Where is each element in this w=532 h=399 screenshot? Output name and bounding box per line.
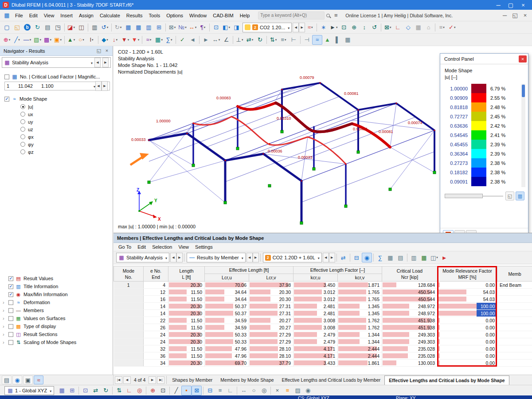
navigator-header[interactable]: Navigator - Results ◱× xyxy=(0,46,113,56)
mode-component-u[interactable]: |u| xyxy=(4,103,113,110)
col-header-kcru[interactable]: kcr,u xyxy=(293,274,338,282)
filter-rows-icon[interactable]: ⊟ xyxy=(352,253,362,262)
delete-results-icon[interactable]: ◪▾ xyxy=(66,23,76,32)
analysis-next-button[interactable] xyxy=(102,58,109,67)
snap-grid-icon[interactable]: ▦ xyxy=(413,23,423,32)
print-graphic-icon[interactable]: ▤ xyxy=(2,376,12,384)
search-values-icon[interactable]: ◉ xyxy=(362,253,372,262)
next-table-button[interactable]: ▶ xyxy=(149,376,156,384)
menu-assign[interactable]: Assign xyxy=(76,11,97,20)
close-button[interactable]: × xyxy=(517,0,529,9)
table-load-case-prev-button[interactable] xyxy=(323,253,329,262)
col-header-effective-length-factor[interactable]: Effective Length Factor [--] xyxy=(293,266,382,274)
nav-option-result-sections[interactable]: ›◫Result Sections xyxy=(0,330,113,338)
color-scale[interactable]: 1.000006.79 %0.909092.55 %0.818182.48 %0… xyxy=(444,84,525,187)
col-header-length[interactable]: LengthL [ft] xyxy=(168,266,205,282)
table-analysis-prev-button[interactable] xyxy=(170,253,176,262)
snap-toggle-icon[interactable]: ⊡ xyxy=(80,386,90,395)
maximize-button[interactable]: ▢ xyxy=(505,0,517,9)
save-icon[interactable]: ◳ xyxy=(53,23,63,32)
nav-option-members[interactable]: ›—Members xyxy=(0,306,113,314)
cad-mode-icon[interactable]: ⊠ xyxy=(192,386,202,395)
search-icon[interactable] xyxy=(326,14,330,17)
settings-gear-icon[interactable]: ◉ xyxy=(303,386,313,395)
member-hinge-icon[interactable]: ○▾ xyxy=(76,35,86,45)
col-header-end[interactable]: e No.End xyxy=(144,266,168,282)
menu-window[interactable]: Window xyxy=(186,11,210,20)
mode-row-select[interactable]: 1 11.042 1.100 xyxy=(4,82,110,90)
insert-member-icon[interactable]: —▾ xyxy=(22,35,32,45)
scale-scrollbar[interactable] xyxy=(521,84,525,187)
table-print-icon[interactable]: ▥ xyxy=(409,253,419,262)
menu-insert[interactable]: Insert xyxy=(57,11,76,20)
guidelines-icon[interactable]: ≡▾ xyxy=(437,23,447,32)
selection-pointer-icon[interactable]: ►▾ xyxy=(329,23,339,32)
insert-solid-icon[interactable]: ▩▾ xyxy=(43,35,53,45)
check-model-icon[interactable]: ✓ xyxy=(177,35,188,45)
load-case-prev-button[interactable] xyxy=(293,23,299,32)
grid-toggle-icon[interactable]: ▦ xyxy=(57,386,67,395)
divide-member-icon[interactable]: ⊣ xyxy=(302,35,312,45)
child-restore-button[interactable]: ◱ xyxy=(510,11,520,20)
table-row[interactable]: 1420.3050.3727.312.4811.345248.972100.00 xyxy=(114,310,532,317)
nav-option-result-values[interactable]: ▤Result Values xyxy=(0,274,113,282)
table-settings-icon[interactable]: ◫▾ xyxy=(429,253,439,262)
display-properties-icon[interactable]: ✓▾ xyxy=(447,23,457,32)
table-tab-shapes-by-member[interactable]: Shapes by Member xyxy=(168,376,216,385)
results-by-prev-button[interactable] xyxy=(246,253,253,262)
search-options-icon[interactable]: ≡ xyxy=(331,11,341,20)
ruler-icon[interactable]: ↔ xyxy=(239,386,249,395)
table-tab-effective-lengths-and-critical-loads-by-[interactable]: Effective Lengths and Critical Loads by … xyxy=(278,376,385,385)
zoom-in-icon[interactable]: ⊕ xyxy=(349,23,359,32)
cross-section-icon[interactable]: I▾ xyxy=(86,35,97,45)
camera-icon[interactable]: ▣ xyxy=(23,376,33,384)
scale-slider[interactable] xyxy=(445,193,503,199)
col-header-member[interactable]: Memb xyxy=(497,266,532,282)
table-row[interactable]: 2611.5034.5920.273.0081.762451.9380.00 xyxy=(114,324,532,331)
nodal-support-icon[interactable]: ▲▾ xyxy=(66,35,76,45)
table-grid-lines-icon[interactable]: ▦ xyxy=(385,253,395,262)
table-tab-effective-lengths-and-critical-loads-by-[interactable]: Effective Lengths and Critical Loads by … xyxy=(384,376,509,385)
search-input[interactable] xyxy=(258,12,325,20)
work-plane-icon[interactable]: ◇ xyxy=(403,23,413,32)
undo-icon[interactable]: ↺▾ xyxy=(100,23,110,32)
table-load-case-next-button[interactable] xyxy=(329,253,335,262)
comment-icon[interactable]: ¶▾ xyxy=(198,23,208,32)
table-analysis-select[interactable]: ▦ Stability Analysis xyxy=(116,253,169,262)
intersection-icon[interactable]: × xyxy=(272,386,282,395)
lock-icon[interactable]: ▪ xyxy=(181,386,192,395)
menu-results[interactable]: Results xyxy=(123,11,146,20)
control-panel-header[interactable]: Control Panel × xyxy=(440,54,528,64)
pan-view-icon[interactable]: ↕ xyxy=(359,23,369,32)
table-export-icon[interactable]: ⊞ xyxy=(154,23,164,32)
goto-graphic-icon[interactable]: ► xyxy=(439,253,450,262)
ellipse-tool-icon[interactable]: ◎ xyxy=(259,386,269,395)
clipboard-icon[interactable]: ▥ xyxy=(90,23,100,32)
coordinate-system-icon[interactable]: ∟ xyxy=(393,23,403,32)
background-layers-icon[interactable]: ▨ xyxy=(293,386,303,395)
mirror-icon[interactable]: ⇅▾ xyxy=(268,35,278,45)
mode-next-button[interactable] xyxy=(102,81,108,91)
col-header-critical-load[interactable]: Critical LoadNcr [kip] xyxy=(382,266,438,282)
col-header-mode[interactable]: ModeNo. xyxy=(114,266,144,282)
visibility-eye-icon[interactable]: ◉ xyxy=(12,376,22,384)
first-table-button[interactable]: |◀ xyxy=(115,376,122,384)
table-row[interactable]: 3611.5047.9628.104.1712.444235.0280.00 xyxy=(114,352,532,360)
menu-view[interactable]: View xyxy=(41,11,58,20)
results-by-next-button[interactable] xyxy=(253,253,259,262)
frame-box-icon[interactable]: ⊡ xyxy=(211,23,221,32)
menu-tools[interactable]: Tools xyxy=(145,11,163,20)
dxf-layers-icon[interactable]: ⊟ xyxy=(205,386,215,395)
show-results-icon[interactable]: ≈▾ xyxy=(305,23,315,32)
dynamic-input-icon[interactable]: ≡ xyxy=(215,386,225,395)
object-snap-icon[interactable]: ⊕ xyxy=(148,386,158,395)
insert-surface-icon[interactable]: ▧▾ xyxy=(32,35,43,45)
dock-tables-icon[interactable]: ▦ xyxy=(343,35,353,45)
table-row[interactable]: 1611.5034.6420.303.0121.765450.54454.03 xyxy=(114,296,532,303)
panel-dock-icon[interactable]: ▥ xyxy=(516,192,524,200)
zoom-extents-icon[interactable]: ⊠▾ xyxy=(383,23,393,32)
menu-go-to[interactable]: Go To xyxy=(115,243,134,251)
rotate-icon[interactable]: ↻ xyxy=(255,35,265,45)
analysis-type-select[interactable]: ▦ Stability Analysis xyxy=(2,57,111,68)
table-layout-icon[interactable]: ▦ xyxy=(133,23,144,32)
